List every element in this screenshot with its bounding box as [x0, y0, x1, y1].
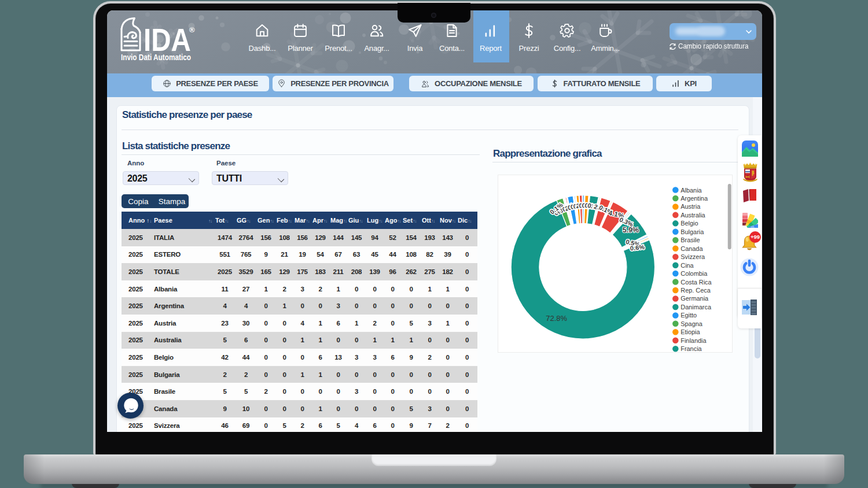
svg-text:Cina: Cina: [681, 262, 694, 269]
svg-text:Bulgaria: Bulgaria: [681, 228, 704, 235]
svg-text:Austria: Austria: [681, 203, 701, 210]
svg-text:Danimarca: Danimarca: [681, 304, 712, 310]
svg-text:Rep. Ceca: Rep. Ceca: [681, 287, 711, 294]
svg-text:Canada: Canada: [681, 245, 703, 252]
svg-text:Argentina: Argentina: [681, 195, 708, 202]
svg-text:Brasile: Brasile: [681, 236, 700, 243]
svg-text:Spagna: Spagna: [681, 320, 703, 327]
svg-text:Svizzera: Svizzera: [681, 253, 705, 260]
svg-text:Belgio: Belgio: [681, 220, 698, 227]
svg-text:Etiopia: Etiopia: [681, 328, 700, 335]
svg-text:Albania: Albania: [681, 187, 702, 194]
svg-text:Germania: Germania: [681, 295, 709, 302]
svg-text:Egitto: Egitto: [681, 312, 697, 319]
svg-text:Costa Rica: Costa Rica: [681, 279, 712, 286]
svg-text:Colombia: Colombia: [681, 270, 708, 277]
svg-text:Finlandia: Finlandia: [681, 337, 707, 344]
svg-text:Australia: Australia: [681, 212, 705, 219]
svg-text:®: ®: [189, 25, 195, 34]
svg-text:Invio Dati Automatico: Invio Dati Automatico: [121, 52, 191, 62]
svg-text:Francia: Francia: [681, 345, 702, 352]
svg-text:5.9%: 5.9%: [623, 226, 639, 234]
svg-text:72.8%: 72.8%: [546, 314, 567, 323]
